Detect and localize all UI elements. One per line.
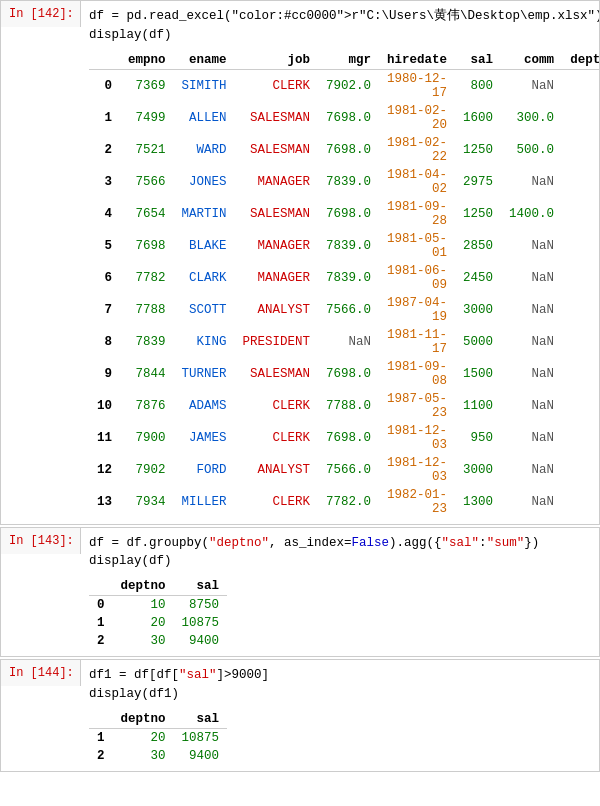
row-index: 1 bbox=[89, 728, 113, 747]
cell-143: In [143]:df = df.groupby("deptno", as_in… bbox=[0, 527, 600, 658]
row-index: 2 bbox=[89, 632, 113, 650]
deptno: 20 bbox=[562, 454, 599, 486]
ename: KING bbox=[174, 326, 235, 358]
hiredate: 1981-02-20 bbox=[379, 102, 455, 134]
job: SALESMAN bbox=[235, 102, 319, 134]
deptno: 20 bbox=[562, 294, 599, 326]
deptno: 30 bbox=[562, 422, 599, 454]
cell-label: In [144]: bbox=[1, 660, 81, 686]
table-wrapper: empnoenamejobmgrhiredatesalcommdeptno073… bbox=[89, 51, 591, 518]
table-row: 57698BLAKEMANAGER7839.01981-05-012850NaN… bbox=[89, 230, 599, 262]
col-header: mgr bbox=[318, 51, 379, 70]
sal: 1100 bbox=[455, 390, 501, 422]
deptno: 10 bbox=[113, 596, 174, 615]
sal: 9400 bbox=[174, 632, 228, 650]
mgr: 7902.0 bbox=[318, 69, 379, 102]
mgr: 7698.0 bbox=[318, 102, 379, 134]
ename: ADAMS bbox=[174, 390, 235, 422]
row-index: 13 bbox=[89, 486, 120, 518]
job: ANALYST bbox=[235, 454, 319, 486]
job: MANAGER bbox=[235, 166, 319, 198]
table-row: 107876ADAMSCLERK7788.01987-05-231100NaN2… bbox=[89, 390, 599, 422]
table-row: 47654MARTINSALESMAN7698.01981-09-2812501… bbox=[89, 198, 599, 230]
row-index: 1 bbox=[89, 614, 113, 632]
sal: 2450 bbox=[455, 262, 501, 294]
col-header: job bbox=[235, 51, 319, 70]
cell-label: In [142]: bbox=[1, 1, 81, 27]
deptno: 20 bbox=[562, 390, 599, 422]
hiredate: 1982-01-23 bbox=[379, 486, 455, 518]
dataframe-table: empnoenamejobmgrhiredatesalcommdeptno073… bbox=[89, 51, 599, 518]
row-index: 12 bbox=[89, 454, 120, 486]
deptno: 10 bbox=[562, 326, 599, 358]
job: CLERK bbox=[235, 486, 319, 518]
row-index: 6 bbox=[89, 262, 120, 294]
ename: BLAKE bbox=[174, 230, 235, 262]
col-header: sal bbox=[174, 577, 228, 596]
table-row: 0108750 bbox=[89, 596, 227, 615]
sal: 8750 bbox=[174, 596, 228, 615]
cell-body: df = df.groupby("deptno", as_index=False… bbox=[81, 528, 599, 657]
comm: NaN bbox=[501, 486, 562, 518]
job: MANAGER bbox=[235, 262, 319, 294]
job: CLERK bbox=[235, 69, 319, 102]
hiredate: 1981-09-28 bbox=[379, 198, 455, 230]
hiredate: 1981-11-17 bbox=[379, 326, 455, 358]
code-line: df = df.groupby("deptno", as_index=False… bbox=[89, 534, 591, 553]
deptno: 20 bbox=[113, 728, 174, 747]
row-index: 0 bbox=[89, 69, 120, 102]
code-line: df = pd.read_excel("color:#cc0000">r"C:\… bbox=[89, 7, 591, 26]
mgr: 7839.0 bbox=[318, 230, 379, 262]
col-header: deptno bbox=[113, 710, 174, 729]
job: SALESMAN bbox=[235, 134, 319, 166]
code-line: df1 = df[df["sal"]>9000] bbox=[89, 666, 591, 685]
mgr: 7839.0 bbox=[318, 262, 379, 294]
empno: 7782 bbox=[120, 262, 174, 294]
ename: MARTIN bbox=[174, 198, 235, 230]
ename: TURNER bbox=[174, 358, 235, 390]
table-row: 12010875 bbox=[89, 728, 227, 747]
row-index: 0 bbox=[89, 596, 113, 615]
sal: 1250 bbox=[455, 198, 501, 230]
table-row: 67782CLARKMANAGER7839.01981-06-092450NaN… bbox=[89, 262, 599, 294]
table-row: 37566JONESMANAGER7839.01981-04-022975NaN… bbox=[89, 166, 599, 198]
col-header: empno bbox=[120, 51, 174, 70]
table-row: 27521WARDSALESMAN7698.01981-02-221250500… bbox=[89, 134, 599, 166]
sal: 2975 bbox=[455, 166, 501, 198]
job: CLERK bbox=[235, 422, 319, 454]
mgr: 7782.0 bbox=[318, 486, 379, 518]
hiredate: 1981-04-02 bbox=[379, 166, 455, 198]
comm: NaN bbox=[501, 69, 562, 102]
comm: NaN bbox=[501, 422, 562, 454]
hiredate: 1981-06-09 bbox=[379, 262, 455, 294]
empno: 7900 bbox=[120, 422, 174, 454]
mgr: 7839.0 bbox=[318, 166, 379, 198]
table-row: 2309400 bbox=[89, 632, 227, 650]
row-index: 8 bbox=[89, 326, 120, 358]
row-index: 3 bbox=[89, 166, 120, 198]
cell-142: In [142]:df = pd.read_excel("color:#cc00… bbox=[0, 0, 600, 525]
table-wrapper: deptnosal0108750120108752309400 bbox=[89, 577, 591, 650]
table-row: 77788SCOTTANALYST7566.01987-04-193000NaN… bbox=[89, 294, 599, 326]
deptno: 20 bbox=[562, 69, 599, 102]
mgr: 7698.0 bbox=[318, 422, 379, 454]
empno: 7839 bbox=[120, 326, 174, 358]
hiredate: 1987-05-23 bbox=[379, 390, 455, 422]
ename: FORD bbox=[174, 454, 235, 486]
empno: 7369 bbox=[120, 69, 174, 102]
comm: 300.0 bbox=[501, 102, 562, 134]
sal: 950 bbox=[455, 422, 501, 454]
cell-label: In [143]: bbox=[1, 528, 81, 554]
hiredate: 1981-09-08 bbox=[379, 358, 455, 390]
empno: 7499 bbox=[120, 102, 174, 134]
comm: NaN bbox=[501, 326, 562, 358]
sal: 2850 bbox=[455, 230, 501, 262]
empno: 7934 bbox=[120, 486, 174, 518]
comm: 1400.0 bbox=[501, 198, 562, 230]
sal: 1300 bbox=[455, 486, 501, 518]
empno: 7654 bbox=[120, 198, 174, 230]
table-row: 2309400 bbox=[89, 747, 227, 765]
empno: 7902 bbox=[120, 454, 174, 486]
job: SALESMAN bbox=[235, 198, 319, 230]
code-line: display(df1) bbox=[89, 685, 591, 704]
